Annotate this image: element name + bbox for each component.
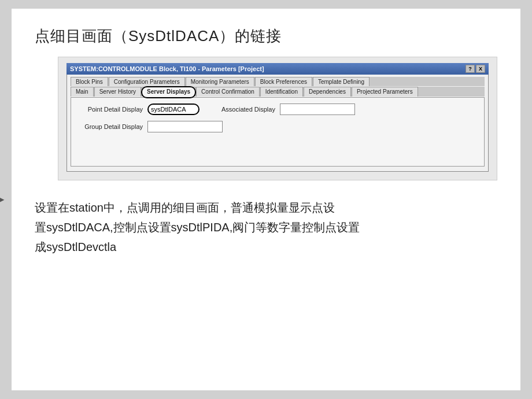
window-controls: ? X: [466, 65, 485, 73]
tab-template-defining[interactable]: Template Defining: [313, 77, 370, 86]
tab-monitoring-parameters[interactable]: Monitoring Parameters: [186, 77, 254, 86]
tab-server-displays[interactable]: Server Displays: [142, 87, 195, 97]
tab-control-confirmation[interactable]: Control Confirmation: [196, 87, 260, 97]
tab-server-history[interactable]: Server History: [94, 87, 141, 97]
description: 设置在station中，点调用的细目画面，普通模拟量显示点设 置sysDtlDA…: [35, 198, 497, 257]
help-button[interactable]: ?: [466, 65, 475, 73]
window-body: Block Pins Configuration Parameters Moni…: [66, 75, 489, 172]
tab-projected-parameters[interactable]: Projected Parameters: [352, 87, 418, 97]
tab-identification[interactable]: Identification: [260, 87, 303, 97]
desc-line-2: 置sysDtlDACA,控制点设置sysDtlPIDA,阀门等数字量控制点设置: [35, 217, 497, 237]
tab-oval: [141, 86, 196, 98]
tab-configuration-parameters[interactable]: Configuration Parameters: [109, 77, 185, 86]
tab-block-pins[interactable]: Block Pins: [71, 77, 108, 86]
associated-display-group: Associated Display: [221, 104, 355, 115]
group-detail-row: Group Detail Display: [79, 121, 476, 132]
tab-row-2: Main Server History Server Displays Cont…: [71, 87, 485, 97]
point-detail-value: sysDtlDACA: [151, 106, 186, 113]
associated-display-label: Associated Display: [221, 106, 275, 113]
slide: 点细目画面（SysDtlDACA）的链接 ► SYSTEM:CONTROLMOD…: [12, 9, 520, 390]
tab-block-preferences[interactable]: Block Preferences: [255, 77, 312, 86]
arrow-left: ►: [0, 192, 7, 207]
tab-row-1: Block Pins Configuration Parameters Moni…: [71, 77, 485, 86]
tab-main[interactable]: Main: [71, 87, 94, 97]
window-content: Point Detail Display sysDtlDACA Associat…: [71, 97, 485, 167]
screenshot-area: SYSTEM:CONTROLMODULE Block, TI100 - Para…: [58, 57, 497, 180]
associated-display-input[interactable]: [280, 104, 355, 115]
point-detail-input[interactable]: sysDtlDACA: [147, 104, 200, 115]
desc-line-1: 设置在station中，点调用的细目画面，普通模拟量显示点设: [35, 198, 497, 217]
group-detail-label: Group Detail Display: [79, 123, 143, 130]
point-detail-row: Point Detail Display sysDtlDACA Associat…: [79, 104, 476, 115]
slide-title: 点细目画面（SysDtlDACA）的链接: [35, 26, 497, 46]
tab-dependencies[interactable]: Dependencies: [304, 87, 351, 97]
point-detail-label: Point Detail Display: [79, 106, 143, 113]
close-button[interactable]: X: [476, 65, 485, 73]
desc-line-3: 成sysDtlDevctla: [35, 237, 497, 257]
group-detail-input[interactable]: [147, 121, 223, 132]
window-titlebar: SYSTEM:CONTROLMODULE Block, TI100 - Para…: [66, 63, 489, 75]
window-title: SYSTEM:CONTROLMODULE Block, TI100 - Para…: [70, 65, 264, 72]
